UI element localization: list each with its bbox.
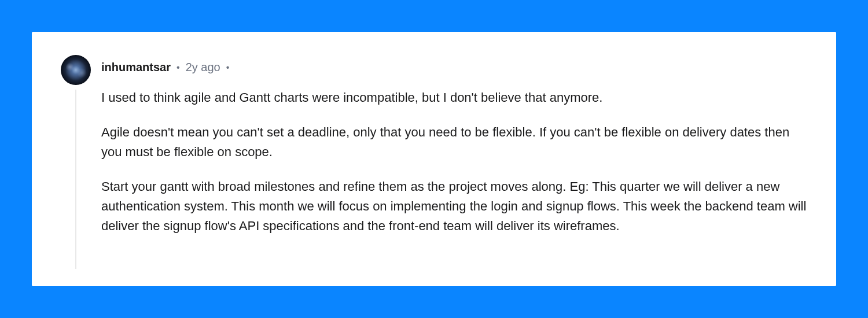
separator-dot: •: [226, 62, 230, 73]
comment-paragraph: Start your gantt with broad milestones a…: [101, 177, 807, 236]
comment-paragraph: I used to think agile and Gantt charts w…: [101, 88, 807, 108]
comment-body: I used to think agile and Gantt charts w…: [101, 88, 807, 236]
comment-content: inhumantsar • 2y ago • I used to think a…: [101, 55, 807, 236]
avatar[interactable]: [61, 55, 91, 85]
comment-meta: inhumantsar • 2y ago •: [101, 61, 807, 74]
thread-line[interactable]: [75, 90, 76, 269]
comment-paragraph: Agile doesn't mean you can't set a deadl…: [101, 123, 807, 162]
timestamp: 2y ago: [186, 61, 220, 74]
thread-column: [61, 55, 91, 269]
separator-dot: •: [176, 62, 180, 73]
comment-card: inhumantsar • 2y ago • I used to think a…: [32, 32, 836, 286]
username-link[interactable]: inhumantsar: [101, 61, 171, 74]
